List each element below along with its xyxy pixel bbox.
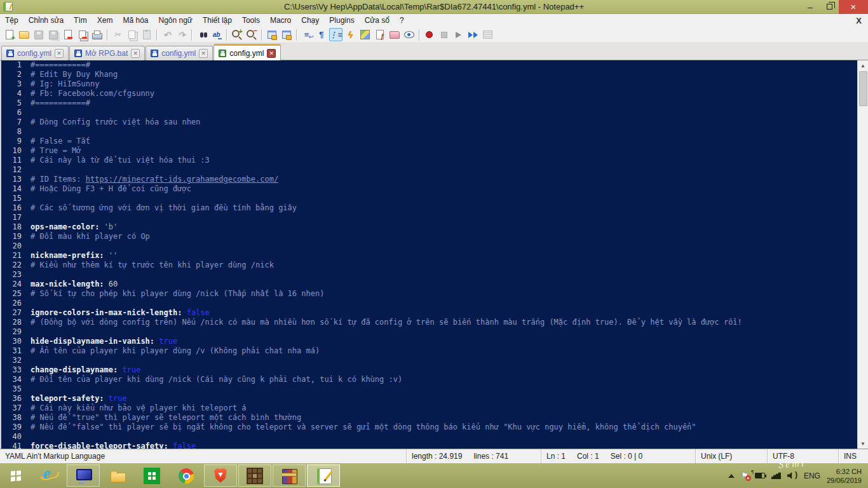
menu-item[interactable]: Thiết lập	[198, 14, 237, 27]
network-icon[interactable]	[771, 472, 781, 479]
taskbar: Semi ⚑ ENG 6:32 CH 29/06/2019	[0, 463, 868, 488]
statusbar: YAML Ain't Markup Language length : 24.9…	[0, 449, 868, 463]
menu-item[interactable]: Plugins	[324, 14, 359, 27]
tab[interactable]: config.yml✕	[1, 46, 69, 60]
sync-scroll-v-button[interactable]	[265, 28, 278, 41]
code-area[interactable]: 1#===========#2# Edit By Duy Khang3# Ig:…	[1, 60, 857, 449]
line-number: 4	[1, 89, 31, 98]
zoom-in-button[interactable]	[230, 28, 243, 41]
save-button[interactable]	[32, 28, 45, 41]
toolbar-separator	[191, 29, 192, 41]
vertical-scrollbar[interactable]: ▲ ▼	[857, 60, 868, 449]
close-all-button[interactable]	[76, 28, 89, 41]
macro-stop-button[interactable]	[437, 28, 451, 41]
menu-item[interactable]: Chỉnh sửa	[24, 14, 69, 27]
tab[interactable]: config.yml✕	[146, 46, 213, 60]
save-all-button[interactable]	[46, 28, 60, 41]
restore-button[interactable]	[820, 0, 839, 14]
undo-button[interactable]	[160, 28, 173, 41]
folder-workspace-button[interactable]	[388, 28, 401, 41]
menu-item[interactable]: Tìm	[69, 14, 92, 27]
minecraft-taskbar-button[interactable]	[238, 464, 271, 487]
tab-close-icon[interactable]: ✕	[199, 49, 208, 58]
macro-save-button[interactable]	[481, 28, 494, 41]
cut-button[interactable]	[111, 28, 124, 41]
windows-store-taskbar-button[interactable]	[135, 464, 168, 487]
code-line: 24max-nick-length: 60	[1, 280, 857, 289]
start-button[interactable]	[0, 463, 32, 488]
chrome-taskbar-button[interactable]	[170, 464, 203, 487]
line-number: 25	[1, 289, 31, 299]
menu-item[interactable]: Cửa sổ	[360, 14, 395, 27]
menu-item[interactable]: Tools	[237, 14, 265, 27]
zoom-out-button[interactable]	[245, 28, 258, 41]
menu-item[interactable]: Xem	[92, 14, 118, 27]
tab[interactable]: Mở RPG.bat✕	[69, 46, 145, 60]
code-line: 13# ID Items: https://minecraft-ids.grah…	[1, 175, 857, 184]
action-center-icon[interactable]: ⚑	[741, 471, 749, 480]
language-indicator[interactable]: ENG	[804, 471, 820, 480]
menu-item[interactable]: Chạy	[296, 14, 324, 27]
menu-item[interactable]: Tệp	[0, 14, 24, 27]
winrar-taskbar-button[interactable]	[273, 464, 306, 487]
battery-icon[interactable]	[755, 473, 765, 478]
macro-record-button[interactable]	[423, 28, 436, 41]
find-button[interactable]	[195, 28, 208, 41]
brave-taskbar-button[interactable]	[204, 464, 237, 487]
show-hidden-icons-button[interactable]	[728, 474, 735, 478]
menu-item[interactable]: Macro	[265, 14, 296, 27]
minimize-button[interactable]: –	[801, 0, 820, 14]
restore-icon	[827, 4, 832, 10]
doc-switcher-button[interactable]	[373, 28, 386, 41]
doc-map-button[interactable]	[358, 28, 372, 41]
toolbar-separator	[419, 29, 419, 41]
line-number: 27	[1, 308, 31, 318]
macro-play-icon	[454, 30, 464, 40]
word-wrap-button[interactable]	[300, 28, 313, 41]
redo-button[interactable]	[175, 28, 188, 41]
line-number: 2	[1, 70, 31, 79]
ie-taskbar-button[interactable]	[32, 464, 65, 487]
close-file-button[interactable]	[61, 28, 74, 41]
notepadpp-taskbar-button[interactable]	[307, 464, 340, 487]
macro-play-button[interactable]	[452, 28, 465, 41]
tab-close-icon[interactable]: ✕	[131, 49, 140, 58]
copy-button[interactable]	[125, 28, 139, 41]
sync-scroll-h-button[interactable]	[280, 28, 293, 41]
scroll-down-arrow[interactable]: ▼	[858, 438, 868, 449]
doc-switcher-icon	[375, 30, 385, 40]
menu-close-button[interactable]: X	[856, 16, 862, 25]
indent-guide-button[interactable]	[329, 28, 342, 41]
macro-run-multiple-button[interactable]	[466, 28, 480, 41]
doc-map-icon	[360, 30, 370, 40]
replace-button[interactable]	[210, 28, 223, 41]
remote-desktop-icon	[75, 468, 92, 484]
function-list-button[interactable]	[344, 28, 357, 41]
chrome-icon	[178, 468, 194, 484]
volume-icon[interactable]	[787, 472, 797, 479]
new-file-button[interactable]	[3, 28, 16, 41]
scrollbar-thumb[interactable]	[859, 71, 867, 106]
line-number: 35	[1, 384, 31, 394]
remote-desktop-taskbar-button[interactable]	[67, 464, 100, 487]
clock[interactable]: 6:32 CH 29/06/2019	[827, 467, 862, 485]
code-line: 19# Đổi màu khi player có Op	[1, 232, 857, 241]
menu-item[interactable]: ?	[395, 14, 409, 27]
tab-close-icon[interactable]: ✕	[55, 49, 64, 58]
menu-item[interactable]: Mã hóa	[118, 14, 153, 27]
doc-monitor-button[interactable]	[402, 28, 416, 41]
open-file-button[interactable]	[17, 28, 31, 41]
tab-close-icon[interactable]: ✕	[267, 49, 276, 58]
paste-button[interactable]	[140, 28, 153, 41]
scroll-up-arrow[interactable]: ▲	[858, 60, 868, 71]
open-file-icon	[19, 30, 29, 40]
print-button[interactable]	[90, 28, 104, 41]
desktop: C:\Users\Vy Hep\AppData\Local\Temp\Rar$D…	[0, 0, 868, 488]
code-line: 12	[1, 165, 857, 175]
menu-item[interactable]: Ngôn ngữ	[153, 14, 197, 27]
show-all-chars-button[interactable]	[315, 28, 328, 41]
toolbar-separator	[261, 29, 262, 41]
file-explorer-taskbar-button[interactable]	[101, 464, 134, 487]
tab[interactable]: config.yml✕	[214, 44, 281, 60]
close-button[interactable]: ×	[839, 0, 868, 14]
